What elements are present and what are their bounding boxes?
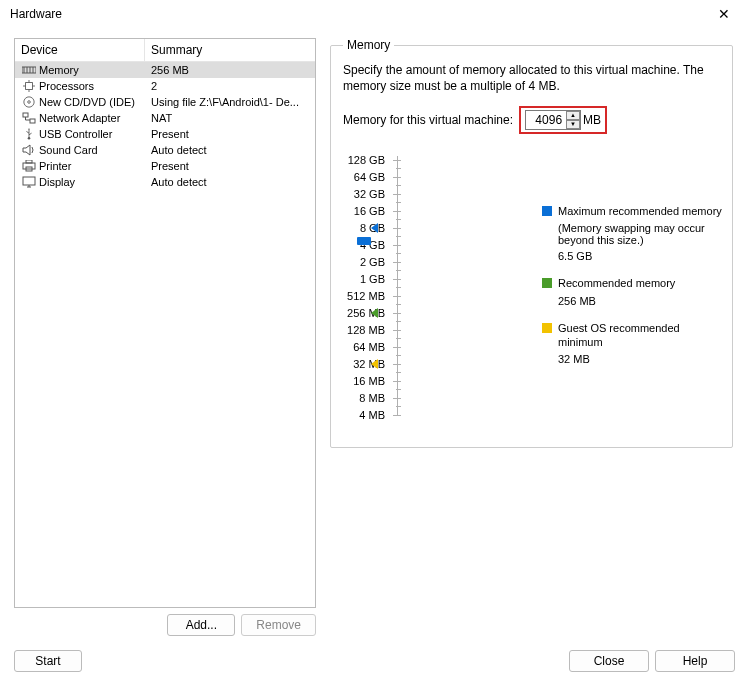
device-summary: 256 MB — [151, 64, 189, 76]
device-summary: Auto detect — [151, 176, 207, 188]
scale-label: 1 GB — [343, 271, 391, 288]
column-header-device[interactable]: Device — [15, 39, 145, 61]
scale-label: 128 GB — [343, 152, 391, 169]
memory-description: Specify the amount of memory allocated t… — [343, 62, 720, 94]
memory-input-highlight: 4096 ▲▼ MB — [519, 106, 607, 134]
table-row[interactable]: Processors2 — [15, 78, 315, 94]
column-header-summary[interactable]: Summary — [145, 39, 208, 61]
scale-tick-fine — [396, 287, 401, 288]
max-memory-marker-icon — [371, 223, 378, 233]
scale-tick — [393, 398, 401, 399]
spin-up-icon[interactable]: ▲ — [566, 111, 580, 120]
scale-tick-fine — [396, 372, 401, 373]
device-name: Display — [39, 176, 151, 188]
device-name: Memory — [39, 64, 151, 76]
close-button[interactable]: Close — [569, 650, 649, 672]
scale-tick — [393, 177, 401, 178]
usb-icon — [21, 127, 37, 141]
scale-tick — [393, 228, 401, 229]
remove-button: Remove — [241, 614, 316, 636]
table-row[interactable]: PrinterPresent — [15, 158, 315, 174]
close-icon[interactable]: ✕ — [707, 2, 741, 26]
memory-input-label: Memory for this virtual machine: — [343, 113, 513, 127]
memory-legend: Maximum recommended memory (Memory swapp… — [542, 204, 722, 379]
svg-rect-19 — [23, 163, 35, 169]
memory-group: Memory Specify the amount of memory allo… — [330, 38, 733, 448]
printer-icon — [21, 159, 37, 173]
scale-label: 16 MB — [343, 373, 391, 390]
scale-tick — [393, 381, 401, 382]
scale-tick-fine — [396, 355, 401, 356]
scale-label: 4 MB — [343, 407, 391, 424]
scale-tick — [393, 347, 401, 348]
legend-rec-value: 256 MB — [558, 295, 722, 307]
svg-marker-17 — [23, 145, 30, 155]
svg-rect-13 — [30, 119, 35, 123]
scale-tick — [393, 262, 401, 263]
table-row[interactable]: New CD/DVD (IDE)Using file Z:\F\Android\… — [15, 94, 315, 110]
scale-label: 32 GB — [343, 186, 391, 203]
scale-tick-fine — [396, 236, 401, 237]
memory-group-label: Memory — [343, 38, 394, 52]
help-button[interactable]: Help — [655, 650, 735, 672]
scale-label: 64 GB — [343, 169, 391, 186]
legend-max-value: 6.5 GB — [558, 250, 722, 262]
legend-min-value: 32 MB — [558, 353, 722, 365]
scale-tick — [393, 296, 401, 297]
memory-spinner[interactable]: ▲▼ — [566, 111, 580, 129]
table-row[interactable]: USB ControllerPresent — [15, 126, 315, 142]
svg-point-10 — [24, 97, 34, 107]
svg-marker-16 — [28, 128, 30, 130]
scale-label: 8 MB — [343, 390, 391, 407]
legend-max-title: Maximum recommended memory — [558, 204, 722, 218]
scale-tick-fine — [396, 338, 401, 339]
scale-label: 32 MB — [343, 356, 391, 373]
scale-label: 256 MB — [343, 305, 391, 322]
scale-tick-fine — [396, 168, 401, 169]
table-row[interactable]: DisplayAuto detect — [15, 174, 315, 190]
scale-tick-fine — [396, 321, 401, 322]
start-button[interactable]: Start — [14, 650, 82, 672]
device-summary: Present — [151, 128, 189, 140]
legend-min-title: Guest OS recommended minimum — [558, 321, 722, 350]
scale-tick-fine — [396, 389, 401, 390]
legend-max-sub: (Memory swapping may occur beyond this s… — [558, 222, 722, 246]
svg-rect-5 — [26, 83, 33, 90]
spin-down-icon[interactable]: ▼ — [566, 120, 580, 129]
cpu-icon — [21, 79, 37, 93]
sound-icon — [21, 143, 37, 157]
hardware-list-panel: Device Summary Memory256 MBProcessors2Ne… — [14, 38, 316, 636]
table-row[interactable]: Sound CardAuto detect — [15, 142, 315, 158]
scale-tick-fine — [396, 185, 401, 186]
scale-tick — [393, 279, 401, 280]
scale-tick — [393, 313, 401, 314]
scale-tick-fine — [396, 202, 401, 203]
table-row[interactable]: Network AdapterNAT — [15, 110, 315, 126]
memory-slider-handle[interactable] — [357, 237, 371, 245]
scale-tick-fine — [396, 253, 401, 254]
scale-tick-fine — [396, 304, 401, 305]
device-summary: Using file Z:\F\Android\1- De... — [151, 96, 299, 108]
table-row[interactable]: Memory256 MB — [15, 62, 315, 78]
hardware-table: Device Summary Memory256 MBProcessors2Ne… — [14, 38, 316, 608]
scale-tick — [393, 160, 401, 161]
device-name: New CD/DVD (IDE) — [39, 96, 151, 108]
scale-tick-fine — [396, 270, 401, 271]
device-name: USB Controller — [39, 128, 151, 140]
scale-label: 128 MB — [343, 322, 391, 339]
memory-icon — [21, 63, 37, 77]
scale-tick — [393, 364, 401, 365]
legend-min-color-icon — [542, 323, 552, 333]
svg-rect-12 — [23, 113, 28, 117]
device-name: Processors — [39, 80, 151, 92]
scale-tick — [393, 211, 401, 212]
add-button[interactable]: Add... — [167, 614, 235, 636]
scale-label: 512 MB — [343, 288, 391, 305]
title-bar: Hardware ✕ — [0, 0, 749, 28]
window-title: Hardware — [10, 7, 62, 21]
scale-tick — [393, 330, 401, 331]
memory-value: 4096 — [535, 113, 562, 127]
device-name: Network Adapter — [39, 112, 151, 124]
scale-label: 2 GB — [343, 254, 391, 271]
legend-rec-color-icon — [542, 278, 552, 288]
